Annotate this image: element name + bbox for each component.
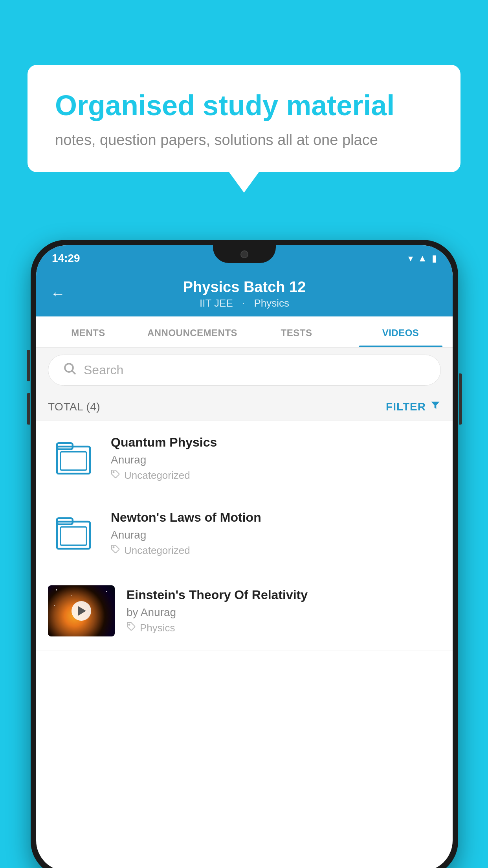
video-tag: Physics [127,622,441,634]
header-title: Physics Batch 12 [183,279,306,296]
filter-icon [430,400,441,414]
video-info: Quantum Physics Anurag Uncategorized [111,435,441,482]
search-bar-container: Search [36,348,453,393]
play-triangle-icon [78,606,86,616]
video-author: Anurag [111,454,441,466]
file-icon-container [48,514,99,553]
video-info: Newton's Laws of Motion Anurag Uncategor… [111,510,441,557]
wifi-icon: ▾ [408,253,413,264]
status-time: 14:29 [52,252,80,265]
list-item[interactable]: Quantum Physics Anurag Uncategorized [36,421,453,496]
video-list: Quantum Physics Anurag Uncategorized [36,421,453,651]
phone-frame: 14:29 ▾ ▲ ▮ ← Physics Batch 12 IIT JEE ·… [31,240,458,868]
video-info: Einstein's Theory Of Relativity by Anura… [127,588,441,634]
phone-vol-up-button [27,350,30,381]
tab-ments[interactable]: MENTS [36,316,140,347]
app-header: ← Physics Batch 12 IIT JEE · Physics [36,271,453,316]
header-subtitle: IIT JEE · Physics [196,297,292,309]
video-author: by Anurag [127,606,441,619]
svg-line-1 [72,371,75,374]
svg-point-11 [129,624,130,625]
folder-icon [56,514,91,553]
tabs-bar: MENTS ANNOUNCEMENTS TESTS VIDEOS [36,316,453,348]
svg-rect-5 [61,452,87,470]
phone-vol-down-button [27,393,30,425]
speech-bubble-container: Organised study material notes, question… [28,65,460,172]
header-subtitle-part1: IIT JEE [200,297,233,309]
status-bar: 14:29 ▾ ▲ ▮ [36,245,453,271]
video-title: Newton's Laws of Motion [111,510,441,525]
tag-icon [127,622,136,634]
bubble-subtitle: notes, question papers, solutions all at… [55,132,433,149]
status-icons: ▾ ▲ ▮ [408,253,437,264]
tab-videos[interactable]: VIDEOS [349,316,453,347]
filter-label: FILTER [386,401,426,413]
search-placeholder-text: Search [84,363,123,377]
battery-icon: ▮ [432,253,437,264]
folder-icon [56,439,91,478]
video-tag: Uncategorized [111,469,441,482]
svg-point-6 [113,472,114,473]
filter-bar: TOTAL (4) FILTER [36,393,453,421]
phone-screen: 14:29 ▾ ▲ ▮ ← Physics Batch 12 IIT JEE ·… [36,245,453,868]
tab-tests[interactable]: TESTS [244,316,349,347]
tag-text: Uncategorized [124,544,190,557]
list-item[interactable]: Einstein's Theory Of Relativity by Anura… [36,571,453,651]
video-tag: Uncategorized [111,544,441,557]
svg-marker-2 [431,402,440,409]
search-icon [62,361,77,379]
header-subtitle-part2: Physics [254,297,289,309]
author-name: Anurag [141,606,176,618]
video-thumbnail [48,585,115,636]
video-author: Anurag [111,529,441,541]
video-title: Einstein's Theory Of Relativity [127,588,441,602]
search-bar[interactable]: Search [48,355,441,386]
bubble-title: Organised study material [55,88,433,122]
svg-point-10 [113,547,114,548]
back-button[interactable]: ← [50,285,65,302]
notch [213,245,276,263]
speech-bubble: Organised study material notes, question… [28,65,460,172]
tag-icon [111,469,120,482]
total-count: TOTAL (4) [48,401,100,413]
tag-text: Physics [140,622,175,634]
phone-power-button [459,373,462,425]
svg-rect-9 [61,527,87,545]
svg-point-0 [65,364,73,372]
play-button[interactable] [72,601,91,621]
tag-icon [111,544,120,557]
filter-button[interactable]: FILTER [386,400,441,414]
file-icon-container [48,439,99,478]
video-title: Quantum Physics [111,435,441,450]
front-camera [240,250,248,258]
tag-text: Uncategorized [124,469,190,482]
header-subtitle-separator: · [242,297,248,309]
list-item[interactable]: Newton's Laws of Motion Anurag Uncategor… [36,496,453,571]
author-prefix: by [127,606,138,618]
tab-announcements[interactable]: ANNOUNCEMENTS [140,316,244,347]
signal-icon: ▲ [418,253,427,264]
